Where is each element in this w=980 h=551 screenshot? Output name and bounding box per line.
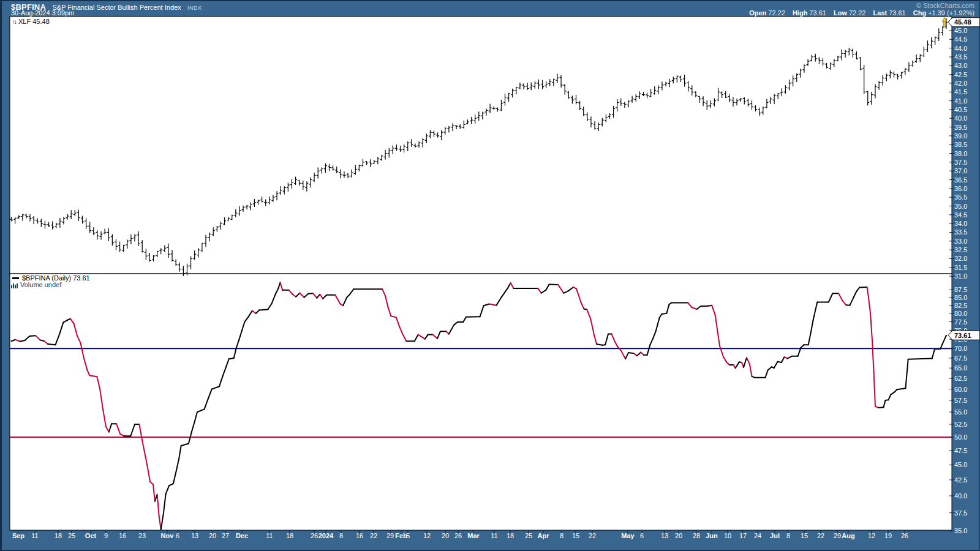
- svg-text:34.0: 34.0: [954, 220, 967, 227]
- line-swatch-icon: [12, 277, 19, 279]
- svg-text:11: 11: [491, 532, 497, 539]
- svg-text:27: 27: [222, 532, 229, 539]
- svg-text:20: 20: [442, 532, 449, 539]
- svg-text:May: May: [621, 532, 635, 539]
- svg-text:23: 23: [138, 532, 146, 539]
- svg-text:13: 13: [661, 532, 668, 539]
- svg-text:15: 15: [801, 532, 808, 539]
- svg-text:32.5: 32.5: [954, 246, 967, 253]
- svg-text:37.0: 37.0: [954, 167, 967, 174]
- svg-text:8: 8: [560, 532, 564, 539]
- svg-text:Sep: Sep: [12, 532, 24, 539]
- svg-text:Oct: Oct: [85, 532, 97, 539]
- svg-text:17: 17: [739, 532, 747, 539]
- svg-text:40.5: 40.5: [954, 106, 967, 113]
- svg-text:6: 6: [640, 532, 644, 539]
- svg-text:40.0: 40.0: [954, 492, 967, 500]
- svg-text:25: 25: [525, 532, 532, 539]
- high-value: 73.61: [809, 9, 826, 17]
- svg-text:37.5: 37.5: [954, 509, 967, 517]
- svg-text:40.0: 40.0: [954, 114, 967, 122]
- svg-text:36.0: 36.0: [954, 185, 967, 192]
- svg-text:22: 22: [589, 532, 596, 539]
- svg-text:57.5: 57.5: [954, 397, 967, 404]
- svg-text:19: 19: [884, 532, 892, 539]
- svg-text:35.5: 35.5: [954, 193, 967, 201]
- svg-text:9: 9: [104, 532, 108, 539]
- svg-text:24: 24: [754, 532, 761, 539]
- svg-text:38.0: 38.0: [954, 150, 967, 157]
- svg-text:62.5: 62.5: [954, 375, 967, 382]
- svg-text:80.0: 80.0: [954, 310, 967, 317]
- svg-text:18: 18: [55, 532, 62, 539]
- svg-text:37.5: 37.5: [954, 159, 967, 166]
- svg-text:34.5: 34.5: [954, 211, 967, 219]
- svg-text:18: 18: [507, 532, 514, 539]
- svg-text:87.5: 87.5: [954, 286, 967, 293]
- svg-text:32.0: 32.0: [954, 255, 967, 262]
- svg-text:39.5: 39.5: [954, 124, 967, 131]
- svg-text:45.0: 45.0: [954, 27, 967, 34]
- svg-text:38.5: 38.5: [954, 141, 967, 148]
- svg-text:20: 20: [675, 532, 682, 539]
- svg-text:Nov: Nov: [161, 532, 175, 539]
- svg-text:12: 12: [868, 532, 875, 539]
- panel-backgrounds: [10, 17, 952, 530]
- svg-text:26: 26: [901, 532, 908, 539]
- svg-text:Dec: Dec: [236, 532, 248, 539]
- svg-text:Apr: Apr: [538, 532, 550, 539]
- svg-text:43.0: 43.0: [954, 62, 967, 69]
- svg-text:11: 11: [266, 532, 273, 539]
- svg-text:52.5: 52.5: [954, 421, 967, 428]
- svg-text:65.0: 65.0: [954, 364, 967, 372]
- svg-text:33.5: 33.5: [954, 228, 967, 236]
- svg-text:11: 11: [31, 532, 38, 539]
- chg-label: Chg: [913, 9, 926, 17]
- svg-text:55.0: 55.0: [954, 408, 967, 416]
- svg-text:22: 22: [817, 532, 824, 539]
- low-label: Low: [834, 9, 847, 17]
- svg-text:31.5: 31.5: [954, 264, 967, 271]
- stockcharts-window: 45.044.544.043.543.042.542.041.541.040.5…: [0, 0, 980, 551]
- svg-text:29: 29: [834, 532, 841, 539]
- svg-text:Mar: Mar: [467, 532, 480, 539]
- last-label: Last: [873, 9, 888, 17]
- svg-text:12: 12: [423, 532, 431, 539]
- svg-text:42.0: 42.0: [954, 80, 967, 87]
- svg-text:18: 18: [286, 532, 293, 539]
- svg-text:10: 10: [724, 532, 731, 539]
- svg-text:2024: 2024: [318, 532, 334, 539]
- open-label: Open: [749, 9, 766, 17]
- svg-text:Jul: Jul: [770, 532, 780, 539]
- volume-bars-icon: [11, 281, 18, 288]
- xlf-legend: ↑↓XLF 45.48: [12, 18, 50, 25]
- svg-text:77.5: 77.5: [954, 318, 967, 326]
- datetime-label: 30-Aug-2024 3:09pm: [11, 9, 74, 17]
- svg-text:41.5: 41.5: [954, 88, 967, 96]
- svg-text:Aug: Aug: [842, 532, 854, 539]
- open-value: 72.22: [768, 9, 785, 17]
- xlf-legend-label: XLF 45.48: [18, 18, 50, 25]
- svg-text:25: 25: [68, 532, 75, 539]
- svg-text:50.0: 50.0: [954, 433, 967, 441]
- svg-text:60.0: 60.0: [954, 386, 967, 393]
- svg-text:70.0: 70.0: [954, 345, 967, 352]
- volume-legend-label: Volume undef: [20, 281, 61, 288]
- chg-value: +1.39 (+1.92%): [928, 9, 974, 17]
- svg-text:16: 16: [356, 532, 363, 539]
- svg-text:47.5: 47.5: [954, 447, 967, 454]
- volume-legend: Volume undef: [11, 281, 61, 288]
- ohlc-quote-row: Open72.22 High73.61 Low72.22 Last73.61 C…: [744, 9, 974, 17]
- svg-text:5: 5: [406, 532, 410, 539]
- svg-text:Jun: Jun: [706, 532, 718, 539]
- svg-text:20: 20: [209, 532, 216, 539]
- svg-text:45.48: 45.48: [954, 18, 971, 26]
- exchange-label: INDX: [187, 5, 202, 11]
- chart-canvas: 45.044.544.043.543.042.542.041.541.040.5…: [0, 0, 980, 551]
- svg-text:41.0: 41.0: [954, 97, 967, 105]
- svg-text:6: 6: [176, 532, 179, 539]
- svg-text:85.0: 85.0: [954, 294, 967, 301]
- svg-text:36.5: 36.5: [954, 176, 967, 184]
- svg-text:15: 15: [572, 532, 579, 539]
- svg-text:28: 28: [693, 532, 700, 539]
